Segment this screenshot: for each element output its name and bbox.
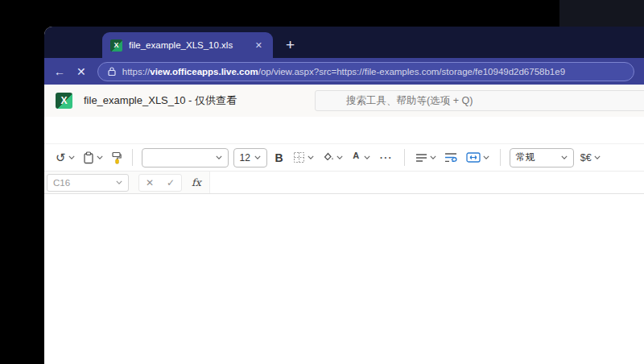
font-name-combo[interactable] [142,148,229,168]
chevron-down-icon [97,155,103,159]
toolbar-divider [132,149,133,166]
browser-window: X file_example_XLS_10.xls ✕ + ← ✕ https:… [44,27,644,364]
insert-function-button[interactable]: fx [192,176,201,188]
close-window-button[interactable] [59,39,68,48]
search-input[interactable]: 搜索工具、帮助等(选项 + Q) [315,90,644,111]
new-tab-button[interactable]: + [286,36,295,54]
office-title-bar: X file_example_XLS_10 - 仅供查看 搜索工具、帮助等(选项… [44,85,644,117]
font-color-button[interactable]: A [349,150,372,166]
format-painter-button[interactable] [109,150,123,166]
chevron-down-icon [336,155,343,159]
browser-tab-strip: X file_example_XLS_10.xls ✕ + [44,27,644,58]
address-bar[interactable]: https://view.officeapps.live.com/op/view… [97,62,634,81]
window-controls [59,39,98,48]
chevron-down-icon [116,180,122,184]
chevron-down-icon [594,155,601,159]
chevron-down-icon [308,155,314,159]
chevron-down-icon [254,155,261,159]
document-title: file_example_XLS_10 - 仅供查看 [84,93,237,108]
chevron-down-icon [68,155,75,159]
enter-button[interactable]: ✓ [160,175,181,191]
ribbon-toolbar: ↺ 12 B [44,143,644,172]
cancel-button[interactable]: ✕ [139,175,160,191]
background-window-fragment [559,0,644,27]
name-box-value: C16 [53,178,70,188]
formula-bar: C16 ✕ ✓ fx [44,172,644,194]
toolbar-divider [500,149,501,166]
padlock-icon [108,66,116,77]
fill-color-button[interactable] [320,150,345,166]
merge-cells-icon [466,152,481,163]
back-icon[interactable]: ← [54,66,65,77]
borders-button[interactable] [291,150,316,165]
font-color-icon: A [351,151,361,164]
paste-button[interactable] [81,150,105,166]
number-format-combo[interactable]: 常规 [510,148,574,168]
toolbar-divider [404,149,405,166]
formula-input[interactable] [209,172,644,193]
minimize-window-button[interactable] [74,39,83,48]
close-tab-icon[interactable]: ✕ [253,40,265,51]
align-button[interactable] [414,151,438,164]
fill-color-icon [322,151,334,164]
format-painter-icon [111,151,122,164]
excel-logo-icon: X [56,93,72,109]
chevron-down-icon [483,155,489,159]
chevron-down-icon [430,155,436,159]
browser-toolbar: ← ✕ https://view.officeapps.live.com/op/… [44,58,644,85]
currency-format-button[interactable]: $€ [579,151,602,165]
browser-tab[interactable]: X file_example_XLS_10.xls ✕ [102,32,273,58]
formula-buttons: ✕ ✓ [138,174,182,192]
spreadsheet-grid [44,194,644,364]
merge-cells-button[interactable] [464,151,491,164]
menu-bar [44,117,644,143]
undo-icon: ↺ [56,151,66,163]
wrap-text-button[interactable] [443,151,460,164]
bold-button[interactable]: B [272,151,287,164]
tab-title: file_example_XLS_10.xls [129,40,246,50]
font-size-combo[interactable]: 12 [233,148,267,168]
borders-icon [293,151,305,163]
clipboard-icon [83,151,94,164]
currency-label: $€ [580,152,592,163]
wrap-text-icon [444,152,458,163]
more-format-options-button[interactable]: ⋯ [377,150,395,165]
align-icon [415,153,427,163]
zoom-window-button[interactable] [89,39,98,48]
chevron-down-icon [216,155,222,159]
excel-file-icon: X [110,39,122,52]
chevron-down-icon [561,155,568,159]
number-format-value: 常规 [516,151,535,164]
url-domain: view.officeapps.live.com [150,67,258,77]
stop-icon[interactable]: ✕ [76,66,86,77]
name-box[interactable]: C16 [47,174,129,192]
url-text: https://view.officeapps.live.com/op/view… [122,67,565,77]
undo-button[interactable]: ↺ [54,150,76,165]
chevron-down-icon [364,155,370,159]
font-size-value: 12 [240,152,250,163]
